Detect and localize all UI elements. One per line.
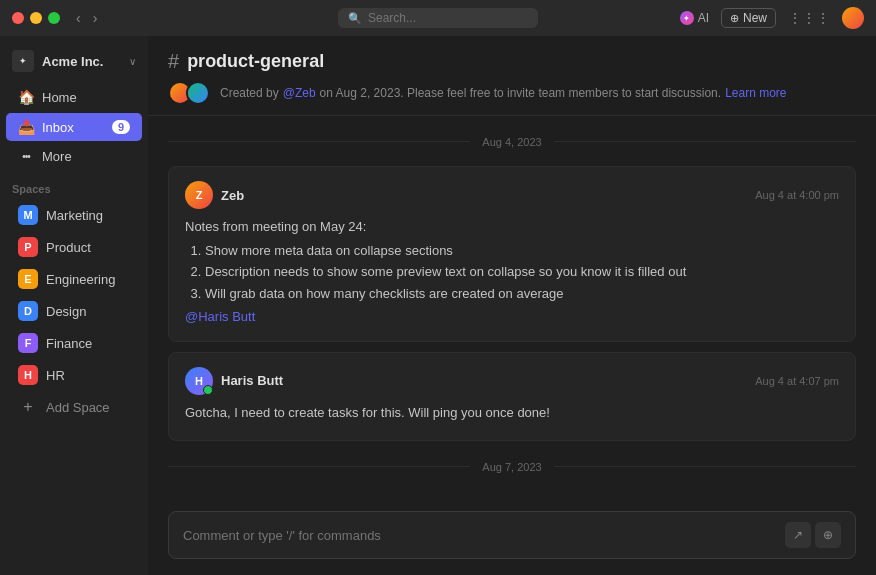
inbox-icon: 📥 — [18, 119, 34, 135]
hr-dot: H — [18, 365, 38, 385]
composer-actions: ↗ ⊕ — [785, 522, 841, 548]
message-zeb-header: Z Zeb Aug 4 at 4:00 pm — [185, 181, 839, 209]
haris-time: Aug 4 at 4:07 pm — [755, 375, 839, 387]
ai-icon: ✦ — [680, 11, 694, 25]
message-haris-header: H Haris Butt Aug 4 at 4:07 pm — [185, 367, 839, 395]
channel-avatars — [168, 81, 210, 105]
product-dot: P — [18, 237, 38, 257]
haris-avatar: H — [185, 367, 213, 395]
sidebar-item-design[interactable]: D Design — [6, 296, 142, 326]
channel-learn-more-link[interactable]: Learn more — [725, 86, 786, 100]
inbox-badge: 9 — [112, 120, 130, 134]
marketing-dot: M — [18, 205, 38, 225]
ai-label: AI — [698, 11, 709, 25]
channel-author-link[interactable]: @Zeb — [283, 86, 316, 100]
sidebar-item-inbox-label: Inbox — [42, 120, 104, 135]
more-icon: ••• — [18, 151, 34, 162]
channel-created-text: Created by — [220, 86, 279, 100]
home-icon: 🏠 — [18, 89, 34, 105]
zeb-time: Aug 4 at 4:00 pm — [755, 189, 839, 201]
design-dot: D — [18, 301, 38, 321]
window-controls — [12, 12, 60, 24]
composer-action-btn-1[interactable]: ↗ — [785, 522, 811, 548]
list-item: Description needs to show some preview t… — [205, 262, 839, 282]
search-bar[interactable]: 🔍 — [338, 8, 538, 28]
maximize-dot[interactable] — [48, 12, 60, 24]
sidebar-item-more-label: More — [42, 149, 130, 164]
sidebar-item-marketing[interactable]: M Marketing — [6, 200, 142, 230]
zeb-author: Zeb — [221, 188, 747, 203]
engineering-label: Engineering — [46, 272, 115, 287]
new-button[interactable]: ⊕ New — [721, 8, 776, 28]
spaces-section-label: Spaces — [0, 171, 148, 199]
finance-label: Finance — [46, 336, 92, 351]
composer-input[interactable] — [183, 528, 785, 543]
workspace-chevron-icon: ∨ — [129, 56, 136, 67]
zeb-intro: Notes from meeting on May 24: — [185, 217, 839, 237]
user-avatar[interactable] — [842, 7, 864, 29]
list-item: Will grab data on how many checklists ar… — [205, 284, 839, 304]
ai-button[interactable]: ✦ AI — [680, 11, 709, 25]
composer-box: ↗ ⊕ — [168, 511, 856, 559]
message-haris: H Haris Butt Aug 4 at 4:07 pm Gotcha, I … — [168, 352, 856, 442]
zeb-message-body: Notes from meeting on May 24: Show more … — [185, 217, 839, 327]
nav-forward-button[interactable]: › — [89, 8, 102, 28]
sidebar-item-finance[interactable]: F Finance — [6, 328, 142, 358]
new-icon: ⊕ — [730, 12, 739, 25]
grid-icon[interactable]: ⋮⋮⋮ — [788, 10, 830, 26]
workspace-name: Acme Inc. — [42, 54, 129, 69]
sidebar-item-engineering[interactable]: E Engineering — [6, 264, 142, 294]
channel-header: # product-general Created by @Zeb on Aug… — [148, 36, 876, 116]
titlebar: ‹ › 🔍 ✦ AI ⊕ New ⋮⋮⋮ — [0, 0, 876, 36]
titlebar-right: ✦ AI ⊕ New ⋮⋮⋮ — [680, 7, 864, 29]
design-label: Design — [46, 304, 86, 319]
nav-controls: ‹ › — [72, 8, 101, 28]
zeb-avatar: Z — [185, 181, 213, 209]
date-divider-1-label: Aug 4, 2023 — [470, 136, 553, 148]
app-body: ✦ Acme Inc. ∨ 🏠 Home 📥 Inbox 9 ••• More … — [0, 36, 876, 575]
close-dot[interactable] — [12, 12, 24, 24]
date-divider-2: Aug 7, 2023 — [168, 457, 856, 475]
date-divider-2-label: Aug 7, 2023 — [470, 461, 553, 473]
minimize-dot[interactable] — [30, 12, 42, 24]
sidebar-item-home-label: Home — [42, 90, 130, 105]
add-space-button[interactable]: + Add Space — [6, 392, 142, 422]
workspace-header[interactable]: ✦ Acme Inc. ∨ — [0, 44, 148, 78]
haris-text: Gotcha, I need to create tasks for this.… — [185, 403, 839, 423]
search-input[interactable] — [368, 11, 508, 25]
nav-back-button[interactable]: ‹ — [72, 8, 85, 28]
marketing-label: Marketing — [46, 208, 103, 223]
channel-hash-icon: # — [168, 50, 179, 73]
haris-message-body: Gotcha, I need to create tasks for this.… — [185, 403, 839, 423]
sidebar-item-product[interactable]: P Product — [6, 232, 142, 262]
channel-title-row: # product-general — [168, 50, 856, 73]
composer-action-btn-2[interactable]: ⊕ — [815, 522, 841, 548]
messages-area: Aug 4, 2023 Z Zeb Aug 4 at 4:00 pm Notes… — [148, 116, 876, 499]
sidebar-item-more[interactable]: ••• More — [6, 143, 142, 170]
composer-area: ↗ ⊕ — [148, 499, 876, 575]
product-label: Product — [46, 240, 91, 255]
date-divider-1: Aug 4, 2023 — [168, 132, 856, 150]
main-content: # product-general Created by @Zeb on Aug… — [148, 36, 876, 575]
zeb-mention[interactable]: @Haris Butt — [185, 309, 255, 324]
sidebar-item-inbox[interactable]: 📥 Inbox 9 — [6, 113, 142, 141]
zeb-list: Show more meta data on collapse sections… — [205, 241, 839, 304]
search-icon: 🔍 — [348, 12, 362, 25]
hr-label: HR — [46, 368, 65, 383]
add-space-label: Add Space — [46, 400, 110, 415]
channel-meta: Created by @Zeb on Aug 2, 2023. Please f… — [220, 86, 787, 100]
channel-date-text: on Aug 2, 2023. Please feel free to invi… — [320, 86, 722, 100]
message-zeb: Z Zeb Aug 4 at 4:00 pm Notes from meetin… — [168, 166, 856, 342]
sidebar-item-home[interactable]: 🏠 Home — [6, 83, 142, 111]
sidebar-item-hr[interactable]: H HR — [6, 360, 142, 390]
finance-dot: F — [18, 333, 38, 353]
engineering-dot: E — [18, 269, 38, 289]
sidebar: ✦ Acme Inc. ∨ 🏠 Home 📥 Inbox 9 ••• More … — [0, 36, 148, 575]
list-item: Show more meta data on collapse sections — [205, 241, 839, 261]
channel-name: product-general — [187, 51, 324, 72]
channel-avatar-2 — [186, 81, 210, 105]
haris-author: Haris Butt — [221, 373, 747, 388]
add-space-icon: + — [18, 397, 38, 417]
workspace-icon: ✦ — [12, 50, 34, 72]
